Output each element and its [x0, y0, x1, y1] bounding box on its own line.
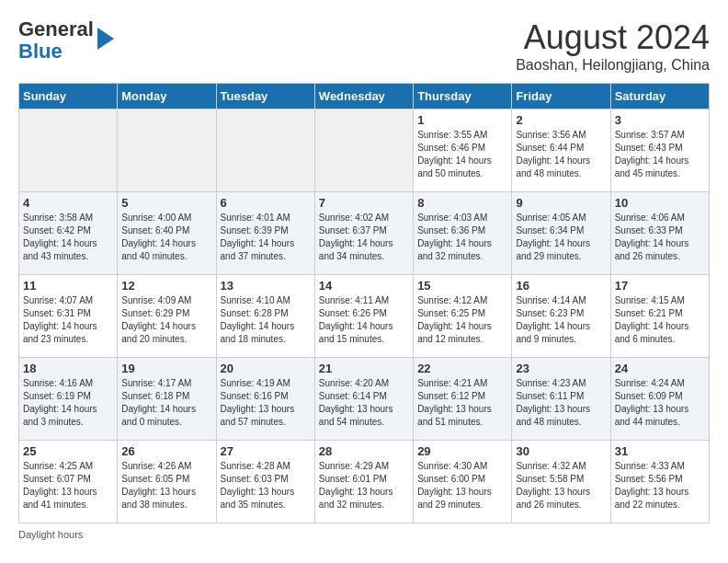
day-number: 13	[221, 279, 311, 293]
logo-text: General Blue	[18, 18, 94, 63]
calendar-cell: 3 Sunrise: 3:57 AMSunset: 6:43 PMDayligh…	[610, 109, 709, 192]
calendar-cell: 25 Sunrise: 4:25 AMSunset: 6:07 PMDaylig…	[19, 441, 118, 523]
calendar-cell: 29 Sunrise: 4:30 AMSunset: 6:00 PMDaylig…	[414, 441, 512, 523]
day-number: 2	[516, 113, 606, 127]
day-info: Sunrise: 4:07 AMSunset: 6:31 PMDaylight:…	[23, 294, 113, 346]
day-number: 9	[516, 196, 606, 210]
day-info: Sunrise: 4:19 AMSunset: 6:16 PMDaylight:…	[221, 377, 311, 429]
calendar-table: SundayMondayTuesdayWednesdayThursdayFrid…	[18, 83, 710, 523]
day-info: Sunrise: 4:23 AMSunset: 6:11 PMDaylight:…	[516, 377, 606, 429]
calendar-cell: 31 Sunrise: 4:33 AMSunset: 5:56 PMDaylig…	[610, 441, 709, 523]
day-of-week-header: Wednesday	[314, 84, 413, 109]
title-section: August 2024 Baoshan, Heilongjiang, China	[516, 18, 710, 74]
footnote: Daylight hours	[18, 529, 710, 540]
calendar-cell: 7 Sunrise: 4:02 AMSunset: 6:37 PMDayligh…	[314, 192, 413, 275]
day-info: Sunrise: 4:29 AMSunset: 6:01 PMDaylight:…	[319, 460, 409, 511]
day-of-week-header: Friday	[512, 84, 610, 109]
calendar-cell: 21 Sunrise: 4:20 AMSunset: 6:14 PMDaylig…	[314, 358, 413, 441]
day-info: Sunrise: 4:33 AMSunset: 5:56 PMDaylight:…	[615, 460, 705, 511]
calendar-week-row: 1 Sunrise: 3:55 AMSunset: 6:46 PMDayligh…	[19, 109, 710, 192]
calendar-cell: 28 Sunrise: 4:29 AMSunset: 6:01 PMDaylig…	[314, 441, 413, 523]
logo-arrow-icon	[97, 28, 114, 50]
day-number: 14	[319, 279, 409, 293]
calendar-cell: 19 Sunrise: 4:17 AMSunset: 6:18 PMDaylig…	[118, 358, 216, 441]
calendar-cell: 13 Sunrise: 4:10 AMSunset: 6:28 PMDaylig…	[216, 275, 314, 358]
day-number: 8	[417, 196, 507, 210]
calendar-cell: 15 Sunrise: 4:12 AMSunset: 6:25 PMDaylig…	[414, 275, 512, 358]
calendar-cell: 17 Sunrise: 4:15 AMSunset: 6:21 PMDaylig…	[610, 275, 709, 358]
day-info: Sunrise: 3:55 AMSunset: 6:46 PMDaylight:…	[417, 129, 507, 180]
day-number: 5	[121, 196, 211, 210]
calendar-cell: 9 Sunrise: 4:05 AMSunset: 6:34 PMDayligh…	[512, 192, 610, 275]
day-number: 28	[319, 444, 409, 458]
day-info: Sunrise: 4:32 AMSunset: 5:58 PMDaylight:…	[516, 460, 606, 511]
day-info: Sunrise: 4:02 AMSunset: 6:37 PMDaylight:…	[319, 212, 409, 263]
calendar-cell: 26 Sunrise: 4:26 AMSunset: 6:05 PMDaylig…	[118, 441, 216, 523]
day-info: Sunrise: 4:06 AMSunset: 6:33 PMDaylight:…	[615, 212, 705, 263]
day-info: Sunrise: 4:01 AMSunset: 6:39 PMDaylight:…	[221, 212, 311, 263]
day-number: 29	[417, 444, 507, 458]
calendar-cell	[118, 109, 216, 192]
day-number: 22	[417, 362, 507, 375]
day-info: Sunrise: 4:11 AMSunset: 6:26 PMDaylight:…	[319, 294, 409, 346]
calendar-cell: 2 Sunrise: 3:56 AMSunset: 6:44 PMDayligh…	[512, 109, 610, 192]
day-number: 23	[516, 362, 606, 375]
day-number: 19	[121, 362, 211, 375]
day-number: 16	[516, 279, 606, 293]
calendar-cell: 8 Sunrise: 4:03 AMSunset: 6:36 PMDayligh…	[414, 192, 512, 275]
day-number: 24	[615, 362, 705, 375]
calendar-cell: 20 Sunrise: 4:19 AMSunset: 6:16 PMDaylig…	[216, 358, 314, 441]
day-info: Sunrise: 4:24 AMSunset: 6:09 PMDaylight:…	[615, 377, 705, 429]
calendar-cell	[314, 109, 413, 192]
day-of-week-header: Thursday	[414, 84, 512, 109]
header-row: SundayMondayTuesdayWednesdayThursdayFrid…	[19, 84, 710, 109]
day-info: Sunrise: 3:57 AMSunset: 6:43 PMDaylight:…	[615, 129, 705, 180]
day-number: 21	[319, 362, 409, 375]
day-number: 10	[615, 196, 705, 210]
day-info: Sunrise: 4:17 AMSunset: 6:18 PMDaylight:…	[121, 377, 211, 429]
day-info: Sunrise: 4:28 AMSunset: 6:03 PMDaylight:…	[221, 460, 311, 511]
calendar-cell: 14 Sunrise: 4:11 AMSunset: 6:26 PMDaylig…	[314, 275, 413, 358]
day-info: Sunrise: 4:03 AMSunset: 6:36 PMDaylight:…	[417, 212, 507, 263]
day-number: 12	[121, 279, 211, 293]
day-info: Sunrise: 3:58 AMSunset: 6:42 PMDaylight:…	[23, 212, 113, 263]
logo-blue: Blue	[18, 40, 63, 63]
day-number: 6	[221, 196, 311, 210]
day-of-week-header: Monday	[118, 84, 216, 109]
calendar-cell	[19, 109, 118, 192]
calendar-cell	[216, 109, 314, 192]
day-info: Sunrise: 4:30 AMSunset: 6:00 PMDaylight:…	[417, 460, 507, 511]
day-info: Sunrise: 3:56 AMSunset: 6:44 PMDaylight:…	[516, 129, 606, 180]
calendar-cell: 18 Sunrise: 4:16 AMSunset: 6:19 PMDaylig…	[19, 358, 118, 441]
day-of-week-header: Tuesday	[216, 84, 314, 109]
logo-general: General	[18, 17, 94, 40]
calendar-week-row: 11 Sunrise: 4:07 AMSunset: 6:31 PMDaylig…	[19, 275, 710, 358]
calendar-cell: 30 Sunrise: 4:32 AMSunset: 5:58 PMDaylig…	[512, 441, 610, 523]
day-info: Sunrise: 4:14 AMSunset: 6:23 PMDaylight:…	[516, 294, 606, 346]
day-number: 3	[615, 113, 705, 127]
calendar-cell: 11 Sunrise: 4:07 AMSunset: 6:31 PMDaylig…	[19, 275, 118, 358]
day-info: Sunrise: 4:00 AMSunset: 6:40 PMDaylight:…	[121, 212, 211, 263]
calendar-cell: 23 Sunrise: 4:23 AMSunset: 6:11 PMDaylig…	[512, 358, 610, 441]
day-info: Sunrise: 4:26 AMSunset: 6:05 PMDaylight:…	[121, 460, 211, 511]
calendar-cell: 27 Sunrise: 4:28 AMSunset: 6:03 PMDaylig…	[216, 441, 314, 523]
day-info: Sunrise: 4:25 AMSunset: 6:07 PMDaylight:…	[23, 460, 113, 511]
day-info: Sunrise: 4:05 AMSunset: 6:34 PMDaylight:…	[516, 212, 606, 263]
day-number: 17	[615, 279, 705, 293]
calendar-cell: 6 Sunrise: 4:01 AMSunset: 6:39 PMDayligh…	[216, 192, 314, 275]
calendar-cell: 5 Sunrise: 4:00 AMSunset: 6:40 PMDayligh…	[118, 192, 216, 275]
calendar-cell: 12 Sunrise: 4:09 AMSunset: 6:29 PMDaylig…	[118, 275, 216, 358]
calendar-cell: 4 Sunrise: 3:58 AMSunset: 6:42 PMDayligh…	[19, 192, 118, 275]
day-number: 1	[417, 113, 507, 127]
day-number: 15	[417, 279, 507, 293]
day-number: 31	[615, 444, 705, 458]
calendar-cell: 1 Sunrise: 3:55 AMSunset: 6:46 PMDayligh…	[414, 109, 512, 192]
day-info: Sunrise: 4:10 AMSunset: 6:28 PMDaylight:…	[221, 294, 311, 346]
day-number: 18	[23, 362, 113, 375]
day-info: Sunrise: 4:21 AMSunset: 6:12 PMDaylight:…	[417, 377, 507, 429]
day-info: Sunrise: 4:15 AMSunset: 6:21 PMDaylight:…	[615, 294, 705, 346]
calendar-week-row: 25 Sunrise: 4:25 AMSunset: 6:07 PMDaylig…	[19, 441, 710, 523]
day-number: 11	[23, 279, 113, 293]
calendar-cell: 16 Sunrise: 4:14 AMSunset: 6:23 PMDaylig…	[512, 275, 610, 358]
day-number: 4	[23, 196, 113, 210]
